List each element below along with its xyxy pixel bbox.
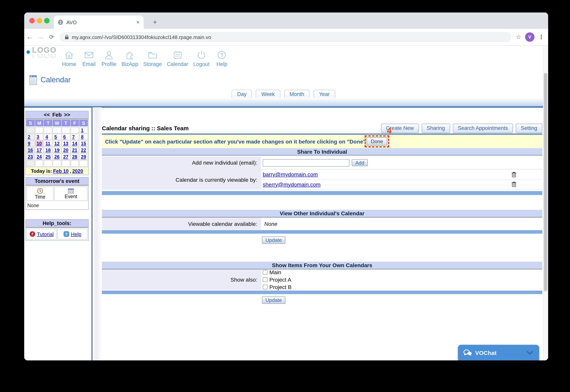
action-button[interactable]: Create New — [381, 124, 419, 133]
clock-icon — [37, 188, 43, 194]
day-link[interactable]: 4 — [45, 134, 48, 140]
checkbox[interactable] — [263, 270, 267, 275]
email-link[interactable]: barry@mydomain.com — [263, 171, 318, 178]
next-month-link[interactable]: >> — [64, 112, 70, 118]
mini-calendar-day: 4 — [44, 134, 52, 140]
mini-calendar-day: 29 — [79, 154, 88, 160]
delete-icon[interactable] — [512, 172, 516, 178]
nav-item-storage[interactable]: Storage — [143, 50, 162, 67]
nav-item-email[interactable]: Email — [82, 50, 96, 67]
view-tab[interactable]: Day — [232, 90, 252, 98]
today-row: Today is: Feb 10 , 2020 — [26, 167, 88, 175]
day-link[interactable]: 28 — [72, 154, 77, 160]
new-tab-button[interactable]: + — [149, 16, 161, 29]
url-bar[interactable]: my.agnx.com/-/vo/SID600313304fokiuzokcl1… — [59, 32, 511, 42]
email-input[interactable] — [263, 159, 350, 166]
day-link[interactable]: 2 — [28, 134, 30, 140]
mini-calendar-day: 28 — [71, 154, 79, 160]
page-scrollbar[interactable] — [543, 46, 548, 360]
view-tab[interactable]: Year — [314, 90, 335, 98]
mini-calendar-day — [62, 127, 70, 133]
action-button[interactable]: Setting — [516, 124, 542, 133]
checkbox[interactable] — [263, 285, 267, 289]
day-link[interactable]: 26 — [54, 154, 59, 160]
zoom-window-button[interactable] — [44, 18, 50, 23]
refresh-icon[interactable]: ⟳ — [46, 34, 57, 41]
scrollbar-thumb[interactable] — [544, 73, 547, 291]
view-tab[interactable]: Week — [256, 90, 280, 98]
email-row: sherry@mydomain.com — [261, 180, 542, 190]
update-button-show-items[interactable]: Update — [262, 296, 285, 304]
bookmark-star-icon[interactable]: ☆ — [516, 34, 521, 41]
nav-item-calendar[interactable]: Calendar — [167, 50, 188, 67]
day-link[interactable]: 10 — [37, 141, 42, 146]
checkbox[interactable] — [263, 277, 267, 282]
nav-label: Calendar — [167, 61, 188, 67]
day-link[interactable]: 21 — [72, 147, 77, 153]
option-label: Project B — [269, 284, 292, 290]
puzzle-icon — [125, 50, 135, 60]
calendar-option: Project B — [263, 284, 292, 290]
browser-tab[interactable]: AVO ✕ — [54, 16, 144, 29]
nav-label: Email — [82, 61, 96, 67]
sidebar-gutter — [92, 107, 102, 360]
day-link[interactable]: 29 — [81, 154, 86, 160]
day-link[interactable]: 12 — [54, 141, 59, 146]
day-link[interactable]: 22 — [81, 147, 86, 153]
forward-icon[interactable]: → — [35, 33, 46, 41]
day-link[interactable]: 24 — [37, 154, 42, 160]
day-link[interactable]: 7 — [72, 134, 74, 140]
help-link[interactable]: Help — [71, 231, 81, 237]
prev-month-link[interactable]: << — [44, 112, 50, 118]
delete-icon[interactable] — [512, 182, 516, 187]
annotation-number: 4 — [387, 126, 391, 135]
day-link[interactable]: 5 — [54, 134, 57, 140]
day-link[interactable]: 15 — [81, 141, 86, 146]
update-button-view-other[interactable]: Update — [262, 236, 285, 244]
day-link[interactable]: 17 — [37, 147, 42, 153]
close-tab-icon[interactable]: ✕ — [136, 20, 140, 25]
nav-item-logout[interactable]: Logout — [193, 50, 209, 67]
day-link[interactable]: 25 — [45, 154, 51, 160]
back-icon[interactable]: ← — [24, 33, 35, 41]
app-title: Calendar — [29, 74, 71, 85]
weekday-cell: F — [71, 120, 79, 126]
day-link[interactable]: 19 — [54, 147, 59, 153]
day-link[interactable]: 23 — [28, 154, 33, 160]
day-link[interactable]: 20 — [63, 147, 69, 153]
day-link[interactable]: 3 — [37, 134, 39, 140]
day-link[interactable]: 13 — [63, 141, 69, 146]
nav-item-home[interactable]: Home — [62, 50, 76, 67]
add-button[interactable]: Add — [352, 159, 368, 166]
done-button[interactable]: Done — [366, 137, 387, 145]
chevron-down-icon[interactable] — [527, 351, 533, 354]
vochat-widget[interactable]: VOChat — [458, 345, 539, 360]
nav-item-help[interactable]: ? Help — [215, 50, 229, 67]
day-link[interactable]: 8 — [81, 134, 84, 140]
day-link[interactable]: 6 — [63, 134, 66, 140]
tutorial-link[interactable]: Tutorial — [37, 231, 54, 237]
day-link[interactable]: 1 — [81, 127, 84, 133]
day-link[interactable]: 16 — [28, 147, 33, 153]
day-link[interactable]: 27 — [63, 154, 69, 160]
day-link[interactable]: 11 — [45, 141, 50, 146]
view-tab[interactable]: Month — [284, 90, 310, 98]
day-link[interactable]: 14 — [72, 141, 77, 146]
browser-menu-icon[interactable]: ⋮ — [538, 34, 544, 41]
action-button[interactable]: Sharing — [422, 124, 450, 133]
minimize-window-button[interactable] — [37, 18, 42, 23]
action-button[interactable]: Search Appointments — [453, 124, 513, 133]
tutorial-cell: f Tutorial — [27, 229, 57, 239]
nav-item-profile[interactable]: Profile — [102, 50, 117, 67]
lock-icon — [65, 35, 69, 39]
mini-calendar-day — [79, 160, 88, 167]
day-link[interactable]: 18 — [45, 147, 51, 153]
close-window-button[interactable] — [29, 18, 35, 23]
day-link[interactable]: 9 — [28, 141, 30, 146]
nav-item-bizapp[interactable]: BizApp — [122, 50, 138, 67]
email-link[interactable]: sherry@mydomain.com — [263, 181, 321, 188]
avatar[interactable]: V — [525, 32, 534, 42]
weekday-row: SMTWTFS — [26, 119, 88, 127]
today-year-link[interactable]: 2020 — [72, 168, 83, 174]
today-date-link[interactable]: Feb 10 — [53, 168, 69, 174]
